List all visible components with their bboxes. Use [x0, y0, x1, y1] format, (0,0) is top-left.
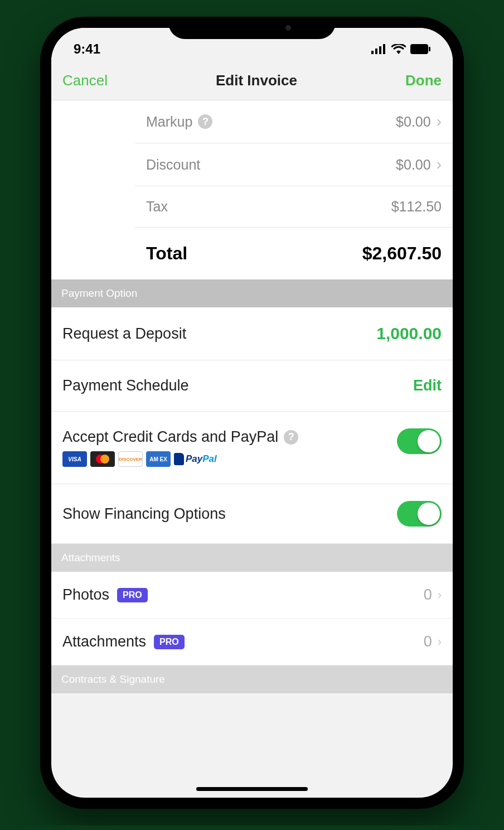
wifi-icon — [391, 44, 406, 54]
attachments-header: Attachments — [51, 544, 453, 572]
mastercard-icon — [90, 451, 115, 467]
tax-label: Tax — [146, 199, 168, 215]
accept-cards-label: Accept Credit Cards and PayPal — [62, 428, 278, 446]
photos-label: Photos — [62, 586, 109, 604]
markup-row[interactable]: Markup ? $0.00 › — [135, 100, 453, 143]
deposit-row[interactable]: Request a Deposit 1,000.00 — [51, 307, 453, 360]
home-indicator[interactable] — [196, 787, 308, 791]
accept-cards-row: Accept Credit Cards and PayPal ? VISA DI… — [51, 412, 453, 484]
total-label: Total — [146, 243, 187, 264]
status-icons — [371, 44, 430, 54]
help-icon[interactable]: ? — [198, 114, 212, 129]
photos-row[interactable]: Photos PRO 0 › — [51, 572, 453, 619]
svg-rect-4 — [410, 44, 428, 54]
accept-cards-toggle[interactable] — [397, 428, 442, 454]
photos-count: 0 — [424, 586, 432, 604]
visa-icon: VISA — [62, 451, 87, 467]
page-title: Edit Invoice — [216, 72, 297, 89]
status-time: 9:41 — [74, 41, 100, 57]
attachments-label: Attachments — [62, 633, 146, 650]
total-value: $2,607.50 — [362, 243, 442, 264]
attachments-count: 0 — [424, 633, 432, 650]
deposit-label: Request a Deposit — [62, 325, 186, 342]
schedule-row[interactable]: Payment Schedule Edit — [51, 360, 453, 412]
done-button[interactable]: Done — [405, 72, 442, 89]
svg-rect-5 — [429, 47, 430, 51]
chevron-right-icon: › — [437, 156, 442, 173]
paypal-icon: PayPal — [174, 453, 217, 465]
financing-toggle[interactable] — [397, 501, 442, 527]
svg-rect-2 — [379, 46, 381, 54]
tax-value: $112.50 — [391, 199, 442, 215]
battery-icon — [410, 44, 430, 54]
attachments-row[interactable]: Attachments PRO 0 › — [51, 619, 453, 665]
total-row: Total $2,607.50 — [135, 228, 453, 279]
payment-option-header: Payment Option — [51, 279, 453, 307]
markup-label: Markup — [146, 114, 192, 130]
discount-value: $0.00 — [396, 157, 431, 173]
chevron-right-icon: › — [437, 113, 442, 131]
financing-label: Show Financing Options — [62, 505, 226, 523]
pro-badge: PRO — [154, 635, 185, 649]
cancel-button[interactable]: Cancel — [62, 72, 108, 89]
discover-icon: DISCOVER — [118, 451, 143, 467]
deposit-value: 1,000.00 — [376, 324, 442, 343]
screen: 9:41 Cancel Edit Invoice Done Markup ? $… — [51, 28, 453, 798]
amex-icon: AM EX — [146, 451, 171, 467]
tax-row: Tax $112.50 — [135, 186, 453, 228]
financing-row: Show Financing Options — [51, 484, 453, 544]
help-icon[interactable]: ? — [284, 430, 298, 445]
contracts-header: Contracts & Signature — [51, 665, 453, 693]
chevron-right-icon: › — [438, 635, 442, 649]
schedule-edit-button[interactable]: Edit — [413, 377, 442, 394]
schedule-label: Payment Schedule — [62, 377, 189, 394]
cellular-icon — [371, 44, 387, 54]
svg-rect-3 — [383, 44, 385, 54]
notch — [168, 17, 336, 39]
summary-section: Markup ? $0.00 › Discount $0.00 › Tax $1… — [51, 100, 453, 279]
svg-rect-0 — [371, 51, 374, 54]
svg-rect-1 — [375, 49, 377, 54]
markup-value: $0.00 — [396, 114, 431, 130]
pro-badge: PRO — [117, 588, 148, 602]
phone-frame: 9:41 Cancel Edit Invoice Done Markup ? $… — [40, 17, 464, 809]
nav-bar: Cancel Edit Invoice Done — [51, 61, 453, 100]
chevron-right-icon: › — [438, 588, 442, 602]
discount-label: Discount — [146, 157, 200, 173]
discount-row[interactable]: Discount $0.00 › — [135, 143, 453, 186]
payment-cards: VISA DISCOVER AM EX PayPal — [62, 451, 298, 467]
